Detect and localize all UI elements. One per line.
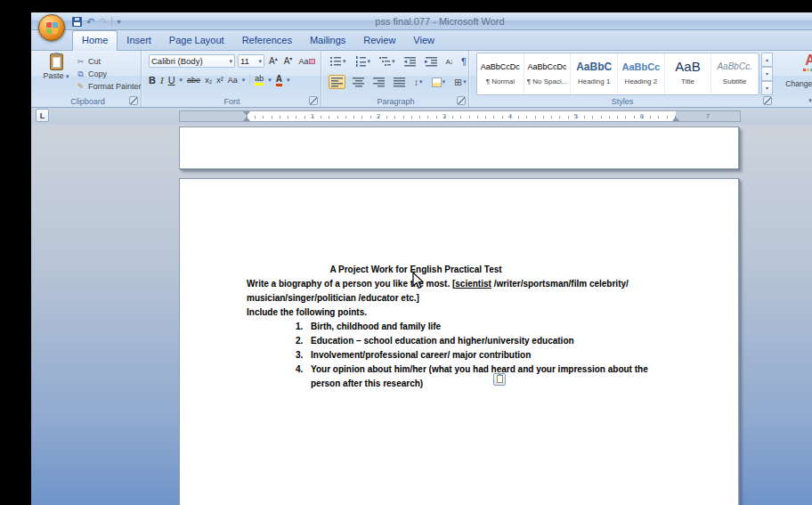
list-item[interactable]: 1. Birth, childhood and family life: [296, 320, 676, 334]
styles-dialog-launcher[interactable]: [763, 96, 772, 105]
ruler-number: 1: [308, 112, 317, 120]
change-case-button[interactable]: Aa: [228, 76, 238, 85]
page-previous[interactable]: [179, 126, 739, 169]
list-number: 1.: [296, 320, 311, 334]
font-size-dropdown-icon[interactable]: ▾: [258, 58, 262, 65]
list-item[interactable]: 4. Your opinion about him/her (what you …: [296, 362, 676, 391]
paste-dropdown-icon[interactable]: ▾: [66, 73, 69, 79]
list-item[interactable]: 2. Education – school education and high…: [296, 334, 676, 348]
underline-button[interactable]: U: [168, 75, 175, 86]
font-color-dropdown-icon[interactable]: ▾: [287, 77, 290, 84]
style-normal[interactable]: AaBbCcDc ¶ Normal: [477, 53, 524, 94]
styles-more-icon[interactable]: ▾: [761, 81, 773, 95]
right-indent-marker[interactable]: [672, 117, 679, 121]
font-row-2: B I U ▾ abe x₂ x² Aa ▾ ab ▾ A ▾: [149, 74, 289, 86]
style-heading2-preview: AaBbCc: [618, 58, 664, 77]
copy-button[interactable]: ⧉ Copy: [76, 68, 142, 80]
window-title: pss final.077 - Microsoft Word: [31, 12, 812, 30]
style-title[interactable]: AaB Title: [665, 53, 712, 94]
justify-button[interactable]: [392, 76, 407, 88]
tab-home[interactable]: Home: [72, 30, 118, 51]
borders-dropdown-icon[interactable]: ▾: [463, 78, 467, 86]
paragraph-line[interactable]: Write a biography of a person you like t…: [247, 277, 676, 291]
multilevel-list-button[interactable]: ▾: [378, 55, 397, 68]
tab-page-layout[interactable]: Page Layout: [160, 31, 233, 50]
line-spacing-dropdown-icon[interactable]: ▾: [419, 78, 423, 86]
list-number: 4.: [296, 362, 311, 391]
clipboard-dialog-launcher[interactable]: [129, 96, 138, 105]
underline-dropdown-icon[interactable]: ▾: [180, 77, 183, 84]
list-item[interactable]: 3. Involvement/professional career/ majo…: [296, 348, 676, 362]
italic-button[interactable]: I: [160, 75, 164, 86]
increase-indent-button[interactable]: ▸: [423, 55, 439, 68]
format-painter-label: Format Painter: [88, 82, 142, 91]
styles-scroll-down-icon[interactable]: ▾: [761, 67, 773, 81]
paragraph-line[interactable]: Include the following points.: [247, 305, 676, 320]
tab-review[interactable]: Review: [354, 31, 404, 50]
tab-view[interactable]: View: [404, 31, 443, 50]
bullets-button[interactable]: ▾: [329, 55, 348, 68]
grow-font-button[interactable]: A▴: [267, 55, 280, 66]
change-styles-button[interactable]: A Change Styles ▾: [784, 53, 812, 104]
save-icon[interactable]: [72, 17, 82, 27]
font-color-button[interactable]: A: [276, 75, 282, 86]
font-name-dropdown-icon[interactable]: ▾: [229, 58, 232, 65]
clear-formatting-button[interactable]: Aa: [296, 57, 317, 66]
tab-insert[interactable]: Insert: [118, 31, 160, 50]
list-number: 2.: [296, 334, 311, 348]
shading-dropdown-icon[interactable]: ▾: [443, 78, 446, 86]
paragraph-line[interactable]: musician/singer/politician /educator etc…: [247, 291, 676, 305]
highlight-button[interactable]: ab: [255, 75, 264, 86]
style-heading2[interactable]: AaBbCc Heading 2: [618, 53, 665, 94]
font-dialog-launcher[interactable]: [309, 96, 318, 105]
first-line-indent-marker[interactable]: [243, 111, 250, 116]
align-right-icon: [373, 77, 385, 87]
change-case-dropdown-icon[interactable]: ▾: [242, 77, 246, 84]
copy-label: Copy: [88, 69, 107, 78]
font-size-combo[interactable]: 11 ▾: [238, 54, 264, 68]
borders-button[interactable]: ⊞▾: [452, 77, 468, 88]
highlight-dropdown-icon[interactable]: ▾: [268, 77, 272, 84]
tab-references[interactable]: References: [233, 31, 301, 50]
numbering-dropdown-icon[interactable]: ▾: [368, 58, 371, 65]
tab-mailings[interactable]: Mailings: [301, 31, 354, 50]
style-no-spacing[interactable]: AaBbCcDc ¶ No Spaci...: [524, 53, 572, 94]
bullets-dropdown-icon[interactable]: ▾: [343, 58, 346, 65]
paste-button[interactable]: Paste ▾: [40, 53, 72, 94]
sort-button[interactable]: A↓: [444, 57, 454, 67]
style-heading1-preview: AaBbC: [571, 58, 617, 77]
strikethrough-button[interactable]: abe: [187, 76, 200, 85]
align-left-button[interactable]: [329, 75, 345, 89]
styles-scroll-up-icon[interactable]: ▴: [761, 53, 773, 67]
paste-options-button[interactable]: [493, 373, 506, 386]
style-heading1[interactable]: AaBbC Heading 1: [571, 53, 618, 94]
font-name-combo[interactable]: Calibri (Body) ▾: [149, 54, 235, 68]
bold-button[interactable]: B: [149, 75, 156, 86]
paragraph-row-2: ↕▾ ▾ ⊞▾: [329, 75, 468, 89]
redo-icon[interactable]: ↷: [99, 16, 107, 27]
qat-customize-dropdown-icon[interactable]: ▾: [117, 18, 120, 26]
numbering-button[interactable]: ▾: [353, 55, 373, 68]
paragraph-dialog-launcher[interactable]: [457, 96, 466, 105]
decrease-indent-button[interactable]: ◂: [402, 55, 418, 68]
multilevel-dropdown-icon[interactable]: ▾: [392, 58, 395, 65]
page-current[interactable]: A Project Work for English Practical Tes…: [179, 178, 739, 505]
line-spacing-icon: ↕: [414, 77, 418, 87]
change-styles-label: Change Styles: [785, 79, 812, 88]
align-center-button[interactable]: [351, 76, 366, 88]
tab-stop-selector[interactable]: L: [36, 109, 49, 122]
shrink-font-button[interactable]: A▾: [282, 55, 295, 66]
office-button[interactable]: [38, 14, 65, 41]
superscript-button[interactable]: x²: [216, 76, 223, 85]
shading-button[interactable]: ▾: [430, 77, 448, 88]
line-spacing-button[interactable]: ↕▾: [412, 77, 425, 88]
format-painter-button[interactable]: ✎ Format Painter: [76, 80, 142, 93]
subscript-button[interactable]: x₂: [205, 76, 212, 85]
left-indent-marker[interactable]: [243, 117, 250, 121]
undo-icon[interactable]: ↶: [86, 16, 94, 27]
show-hide-paragraph-button[interactable]: ¶: [459, 55, 468, 68]
style-subtitle[interactable]: AaBbCc. Subtitle: [711, 53, 759, 94]
grow-font-icon: A: [269, 57, 275, 67]
cut-button[interactable]: ✂ Cut: [76, 55, 142, 68]
align-right-button[interactable]: [371, 76, 386, 88]
